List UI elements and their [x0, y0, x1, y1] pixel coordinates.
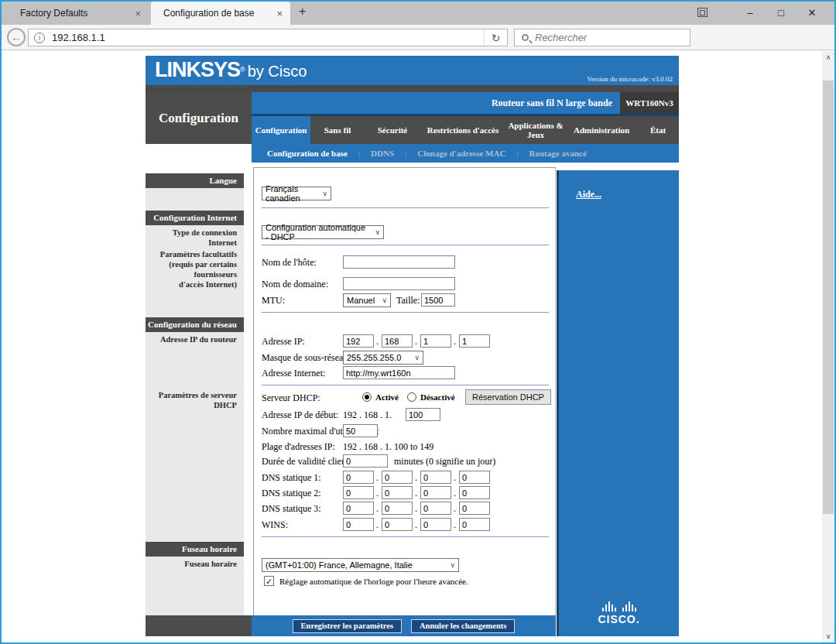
dns1-octet-4[interactable]	[459, 471, 490, 484]
lease-time-suffix: minutes (0 signifie un jour)	[394, 456, 495, 468]
search-bar[interactable]: Rechercher	[514, 29, 690, 46]
tab-close-icon[interactable]: ×	[276, 8, 283, 19]
firmware-version: Version du microcode: v3.0.02	[587, 75, 673, 83]
section-separator	[262, 385, 549, 385]
sidebar-section-langue: Langue	[146, 173, 244, 188]
wins-octet-1[interactable]	[343, 518, 374, 531]
tab-restrictions-acces[interactable]: Restrictions d'accès	[420, 116, 505, 144]
subnav-routage-avance[interactable]: Routage avancé	[529, 149, 587, 158]
new-tab-button[interactable]: +	[299, 5, 306, 19]
internet-address-input[interactable]	[343, 366, 455, 379]
router-ip-octet-4[interactable]	[459, 334, 490, 348]
ip-dot: .	[376, 503, 379, 515]
url-bar[interactable]: i 192.168.1.1 ↻	[28, 29, 508, 46]
chevron-down-icon: ∨	[322, 190, 327, 197]
tab-factory-defaults[interactable]: Factory Defaults ×	[8, 2, 149, 25]
reload-button[interactable]: ↻	[484, 29, 507, 46]
cisco-wordmark: CISCO.	[559, 613, 679, 625]
tab-etat[interactable]: État	[637, 116, 679, 144]
sidebar-section-internet: Configuration Internet	[146, 211, 244, 225]
scroll-up-arrow[interactable]: ∧	[822, 51, 834, 63]
dns3-octet-1[interactable]	[343, 502, 374, 515]
sidebar-label-adresse-ip: Adresse IP du routeur	[160, 334, 237, 344]
dns2-label: DNS statique 2:	[262, 488, 321, 499]
tab-close-icon[interactable]: ×	[135, 8, 141, 19]
scrollbar-thumb[interactable]	[823, 80, 834, 514]
router-nav-tabs: Configuration Sans fil Sécurité Restrict…	[252, 116, 679, 144]
close-window-button[interactable]: ✕	[799, 2, 825, 23]
start-ip-input[interactable]	[406, 408, 440, 421]
site-info-icon[interactable]: i	[34, 33, 45, 43]
dns3-octet-2[interactable]	[382, 502, 413, 515]
dns2-octet-4[interactable]	[459, 486, 490, 499]
tab-securite[interactable]: Sécurité	[365, 116, 420, 144]
section-separator	[262, 245, 549, 245]
ip-dot: .	[415, 336, 417, 348]
subnav-separator: |	[516, 149, 518, 158]
help-panel: Aide... CISCO.	[557, 170, 679, 636]
subnav-clonage-mac[interactable]: Clonage d'adresse MAC	[417, 149, 505, 158]
ip-dot: .	[376, 519, 379, 531]
cancel-changes-button[interactable]: Annuler les changements	[411, 619, 515, 633]
tab-preview-icon[interactable]	[697, 8, 708, 17]
mtu-size-input[interactable]	[421, 293, 455, 307]
dns2-octet-3[interactable]	[420, 486, 451, 499]
dhcp-reservation-button[interactable]: Réservation DHCP	[465, 389, 551, 405]
router-ip-octet-1[interactable]	[343, 334, 374, 348]
dns1-octet-2[interactable]	[382, 471, 413, 484]
dhcp-enabled-radio[interactable]	[362, 392, 372, 402]
dhcp-enabled-label: Activé	[375, 392, 399, 402]
scroll-down-arrow[interactable]: ∨	[822, 630, 834, 642]
subnav-ddns[interactable]: DDNS	[371, 149, 394, 158]
save-settings-button[interactable]: Enregistrer les paramètres	[293, 619, 402, 633]
sidebar-label-dhcp: Paramètres de serveur DHCP	[146, 390, 237, 410]
cisco-logo: CISCO.	[559, 601, 679, 625]
dns2-octet-2[interactable]	[382, 486, 413, 499]
vertical-scrollbar[interactable]: ∧ ∨	[822, 51, 834, 642]
wins-octet-2[interactable]	[382, 518, 413, 531]
lease-time-label: Durée de validité client:	[262, 456, 351, 468]
tab-administration[interactable]: Administration	[566, 116, 637, 144]
dns3-octet-4[interactable]	[459, 502, 490, 515]
dns1-octet-1[interactable]	[343, 471, 374, 484]
search-icon	[522, 34, 529, 41]
mtu-select[interactable]: Manuel ∨	[343, 293, 391, 307]
tab-configuration[interactable]: Configuration	[252, 116, 310, 144]
footer-left-bar	[146, 615, 252, 636]
router-ip-octet-2[interactable]	[382, 334, 413, 348]
maximize-button[interactable]: □	[768, 2, 794, 23]
domain-name-input[interactable]	[343, 277, 455, 290]
subnav-configuration-de-base[interactable]: Configuration de base	[267, 149, 348, 158]
dst-checkbox[interactable]: ✓	[264, 576, 274, 586]
cisco-bars-icon	[559, 601, 679, 611]
tab-sans-fil[interactable]: Sans fil	[310, 116, 365, 144]
dhcp-disabled-radio[interactable]	[407, 392, 416, 402]
start-ip-label: Adresse IP de début:	[262, 409, 338, 421]
dns1-octet-3[interactable]	[420, 471, 451, 484]
page-viewport: LINKSYS®by Cisco Version du microcode: v…	[2, 51, 834, 642]
max-users-input[interactable]	[343, 424, 378, 437]
dhcp-server-label: Serveur DHCP:	[262, 392, 320, 404]
wins-octet-3[interactable]	[420, 518, 451, 531]
dns3-octet-3[interactable]	[420, 502, 451, 515]
tab-configuration-de-base[interactable]: Configuration de base ×	[151, 2, 290, 25]
lease-time-input[interactable]	[343, 454, 388, 468]
tab-applications-jeux[interactable]: Applications & Jeux	[505, 116, 566, 144]
subnet-mask-select[interactable]: 255.255.255.0 ∨	[343, 351, 423, 365]
dns2-octet-1[interactable]	[343, 486, 374, 499]
minimize-button[interactable]: –	[737, 2, 763, 23]
back-button[interactable]: ←	[7, 28, 26, 46]
router-ip-octet-3[interactable]	[420, 334, 451, 348]
ip-dot: .	[454, 519, 456, 531]
ip-dot: .	[454, 503, 456, 515]
subnet-mask-label: Masque de sous-réseau:	[262, 352, 351, 364]
language-select[interactable]: Français canadien ∨	[262, 187, 331, 200]
timezone-value: (GMT+01:00) France, Allemagne, Italie	[266, 560, 413, 570]
host-name-input[interactable]	[343, 255, 455, 269]
search-placeholder: Rechercher	[535, 32, 587, 43]
dns3-label: DNS statique 3:	[262, 503, 321, 515]
wins-octet-4[interactable]	[459, 518, 490, 531]
connection-type-select[interactable]: Configuration automatique - DHCP ∨	[262, 225, 384, 239]
timezone-select[interactable]: (GMT+01:00) France, Allemagne, Italie ∨	[262, 558, 459, 572]
help-link[interactable]: Aide...	[576, 189, 601, 200]
